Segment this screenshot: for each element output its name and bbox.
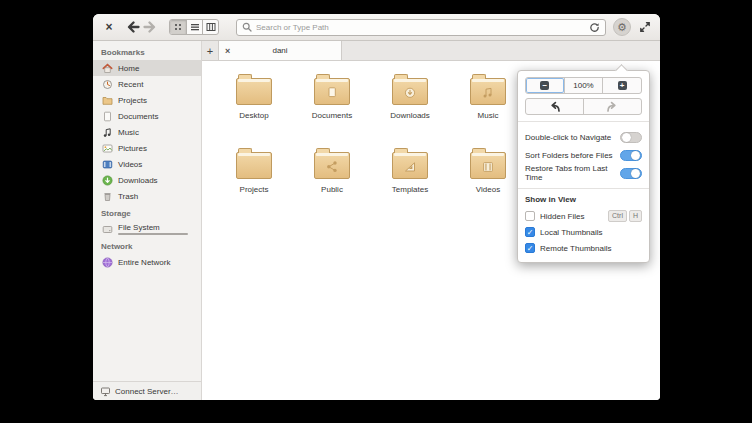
tab-close-icon[interactable]: × [225,46,235,56]
undo-arrow-icon [548,101,561,112]
connect-server-label: Connect Server… [115,387,179,396]
pictures-icon [102,143,113,154]
new-tab-button[interactable]: + [202,41,218,60]
grid-view-button[interactable] [170,20,186,34]
file-system-label-wrap: File System [118,223,188,235]
file-label: Music [478,111,499,120]
shortcut-key-h: H [629,210,642,222]
sidebar-item-label: Videos [118,160,142,169]
file-item-downloads[interactable]: Downloads [373,73,447,137]
search-input[interactable] [256,23,585,32]
check-icon: ✓ [527,244,534,253]
sidebar-item-label: File System [118,223,188,232]
sidebar-item-home[interactable]: Home [93,60,201,76]
desktop-background: × [0,0,752,423]
search-icon [242,22,252,32]
template-glyph-icon [403,160,417,174]
sidebar-item-documents[interactable]: Documents [93,108,201,124]
restore-tabs-toggle[interactable] [620,168,642,179]
menu-separator [518,188,649,189]
toggle-row-restore-tabs[interactable]: Restore Tabs from Last Time [525,164,642,182]
sort-folders-toggle[interactable] [620,150,642,161]
list-view-button[interactable] [186,20,202,34]
sidebar-item-label: Trash [118,192,138,201]
sidebar-item-label: Recent [118,80,143,89]
sidebar-item-projects[interactable]: Projects [93,92,201,108]
double-click-toggle[interactable] [620,132,642,143]
file-item-projects[interactable]: Projects [217,147,291,211]
file-item-music[interactable]: Music [451,73,525,137]
sidebar-item-recent[interactable]: Recent [93,76,201,92]
music-glyph-icon [481,86,495,100]
toggle-label: Restore Tabs from Last Time [525,164,620,182]
file-label: Downloads [390,111,430,120]
file-item-videos[interactable]: Videos [451,147,525,211]
hidden-files-checkbox[interactable]: ✓ [525,211,535,221]
sidebar-item-entire-network[interactable]: Entire Network [93,254,201,270]
connect-server-button[interactable]: Connect Server… [93,381,201,400]
sidebar-header-storage: Storage [93,204,201,221]
zoom-out-button[interactable]: − [526,78,564,93]
toggle-row-double-click[interactable]: Double-click to Navigate [525,128,642,146]
refresh-icon[interactable] [589,22,600,33]
sidebar-scroll: Bookmarks Home Recent Projects [93,41,201,381]
file-manager-window: × [93,14,660,400]
toggle-knob [622,133,631,142]
grid-view-icon [173,22,183,32]
settings-popover: − 100% + Double-cl [517,70,650,263]
fullscreen-button[interactable] [639,21,651,33]
checkbox-label: Hidden Files [540,212,584,221]
file-label: Projects [240,185,269,194]
sidebar-item-file-system[interactable]: File System [93,221,201,237]
sidebar-item-trash[interactable]: Trash [93,188,201,204]
file-item-documents[interactable]: Documents [295,73,369,137]
view-switcher [169,19,219,35]
file-item-public[interactable]: Public [295,147,369,211]
file-item-desktop[interactable]: Desktop [217,73,291,137]
toggle-row-sort-folders[interactable]: Sort Folders before Files [525,146,642,164]
tab-dani[interactable]: × dani [218,41,342,60]
shortcut-key-ctrl: Ctrl [608,210,627,222]
sidebar-item-label: Downloads [118,176,158,185]
disk-icon [102,224,113,235]
file-label: Documents [312,111,352,120]
sidebar-item-label: Entire Network [118,258,170,267]
file-label: Public [321,185,343,194]
sidebar-item-videos[interactable]: Videos [93,156,201,172]
zoom-level[interactable]: 100% [564,78,603,93]
sidebar-item-pictures[interactable]: Pictures [93,140,201,156]
search-bar[interactable] [236,19,606,36]
list-view-icon [190,22,200,32]
film-glyph-icon [481,160,495,174]
check-row-hidden-files[interactable]: ✓ Hidden Files Ctrl H [525,208,642,224]
folder-templates-icon [392,152,428,179]
download-glyph-icon [403,86,417,100]
local-thumbnails-checkbox[interactable]: ✓ [525,227,535,237]
menu-separator [518,121,649,122]
window-close-button[interactable]: × [102,20,116,34]
shortcut-badges: Ctrl H [608,210,642,222]
remote-thumbnails-checkbox[interactable]: ✓ [525,243,535,253]
settings-gear-button[interactable]: ⚙ [613,18,631,36]
file-item-templates[interactable]: Templates [373,147,447,211]
sidebar-item-music[interactable]: Music [93,124,201,140]
document-icon [102,111,113,122]
folder-documents-icon [314,78,350,105]
page-glyph-icon [325,86,339,100]
forward-arrow-icon [143,21,158,33]
folder-icon [102,95,113,106]
tab-title: dani [235,46,335,55]
check-row-remote-thumbnails[interactable]: ✓ Remote Thumbnails [525,240,642,256]
zoom-in-button[interactable]: + [602,78,641,93]
sidebar-item-downloads[interactable]: Downloads [93,172,201,188]
zoom-out-icon: − [540,81,549,90]
checkbox-label: Remote Thumbnails [540,244,611,253]
check-row-local-thumbnails[interactable]: ✓ Local Thumbnails [525,224,642,240]
undo-button[interactable] [526,99,583,114]
undo-redo-control [525,98,642,115]
column-view-button[interactable] [202,20,218,34]
sidebar-item-label: Music [118,128,139,137]
forward-button[interactable] [141,21,159,33]
redo-button[interactable] [583,99,641,114]
back-button[interactable] [123,21,141,33]
